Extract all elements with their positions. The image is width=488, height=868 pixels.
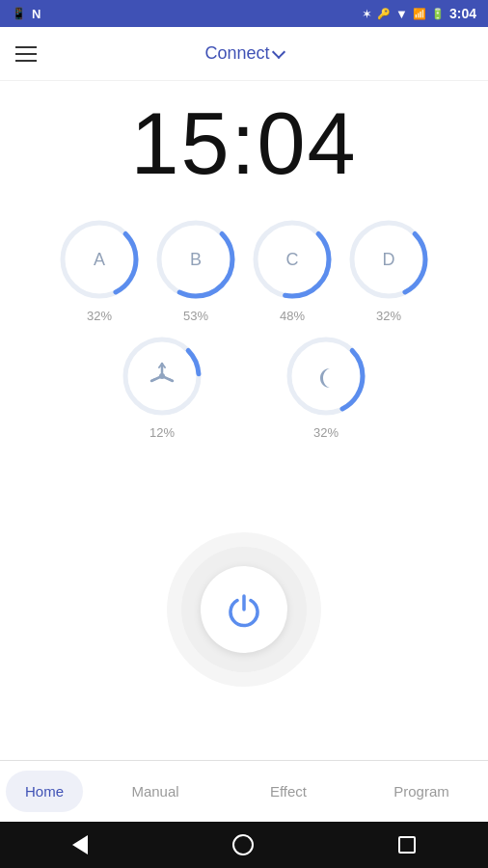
special-knobs-row: 12% 32%	[0, 333, 488, 440]
fan-percent: 12%	[149, 425, 175, 440]
moon-icon	[311, 361, 341, 392]
back-button[interactable]	[72, 835, 88, 854]
zone-c-knob[interactable]: C	[249, 216, 336, 303]
power-middle-ring	[181, 547, 307, 672]
zone-a-percent: 32%	[87, 309, 112, 323]
status-bar-right: ✶ 🔑 ▼ 📶 🔋 3:04	[362, 6, 476, 21]
zone-c-percent: 48%	[280, 309, 305, 323]
recent-icon	[398, 836, 416, 854]
key-icon: 🔑	[377, 8, 391, 20]
nav-home[interactable]: Home	[6, 771, 83, 812]
zone-a-label: A	[94, 250, 105, 270]
connect-label: Connect	[204, 43, 269, 64]
nav-manual[interactable]: Manual	[89, 761, 222, 822]
n-icon: N	[32, 7, 41, 21]
power-outer-ring	[167, 532, 321, 687]
zone-d-percent: 32%	[376, 309, 401, 323]
back-icon	[72, 835, 88, 854]
zone-c-label: C	[286, 250, 299, 270]
power-button[interactable]	[201, 566, 287, 653]
chevron-down-icon	[271, 44, 285, 58]
status-bar: 📱 N ✶ 🔑 ▼ 📶 🔋 3:04	[0, 0, 488, 27]
moon-knob-container[interactable]: 32%	[283, 333, 369, 440]
hamburger-line	[15, 46, 37, 48]
hamburger-line	[15, 60, 37, 62]
bottom-nav: Home Manual Effect Program	[0, 760, 488, 822]
nav-manual-label: Manual	[131, 783, 178, 800]
zone-a-container[interactable]: A 32%	[56, 216, 143, 323]
app-title[interactable]: Connect	[204, 43, 283, 64]
fan-knob-container[interactable]: 12%	[119, 333, 205, 440]
signal-icon: 📶	[413, 8, 426, 20]
fan-knob[interactable]	[119, 333, 205, 420]
nav-effect[interactable]: Effect	[222, 761, 355, 822]
moon-percent: 32%	[313, 425, 339, 440]
zone-c-container[interactable]: C 48%	[249, 216, 336, 323]
app-bar: Connect	[0, 27, 488, 81]
status-time: 3:04	[449, 6, 476, 21]
fan-icon	[146, 360, 178, 393]
zone-b-label: B	[190, 250, 202, 270]
battery-icon: 🔋	[431, 8, 445, 20]
zone-knobs-row: A 32% B 53% C 48%	[0, 216, 488, 323]
power-icon	[225, 590, 263, 629]
zone-d-knob[interactable]: D	[345, 216, 432, 303]
main-content: 15:04 A 32% B 53%	[0, 81, 488, 760]
svg-point-13	[159, 373, 165, 379]
android-nav-bar	[0, 822, 488, 868]
recent-button[interactable]	[398, 836, 416, 854]
status-bar-left: 📱 N	[12, 7, 41, 21]
nav-home-label: Home	[25, 783, 64, 800]
zone-d-label: D	[383, 250, 395, 270]
hamburger-menu[interactable]	[15, 46, 37, 62]
zone-b-percent: 53%	[183, 309, 208, 323]
moon-knob[interactable]	[283, 333, 369, 420]
hamburger-line	[15, 53, 37, 55]
sim-icon: 📱	[12, 7, 26, 20]
home-button[interactable]	[232, 834, 254, 855]
nav-program-label: Program	[393, 783, 449, 800]
zone-b-container[interactable]: B 53%	[152, 216, 239, 323]
zone-d-container[interactable]: D 32%	[345, 216, 432, 323]
power-section	[167, 459, 321, 760]
home-icon	[232, 834, 254, 855]
clock-display: 15:04	[130, 100, 357, 187]
zone-a-knob[interactable]: A	[56, 216, 143, 303]
nav-program[interactable]: Program	[355, 761, 488, 822]
zone-b-knob[interactable]: B	[152, 216, 239, 303]
bluetooth-icon: ✶	[362, 7, 372, 21]
nav-effect-label: Effect	[270, 783, 307, 800]
wifi-icon: ▼	[395, 7, 408, 21]
